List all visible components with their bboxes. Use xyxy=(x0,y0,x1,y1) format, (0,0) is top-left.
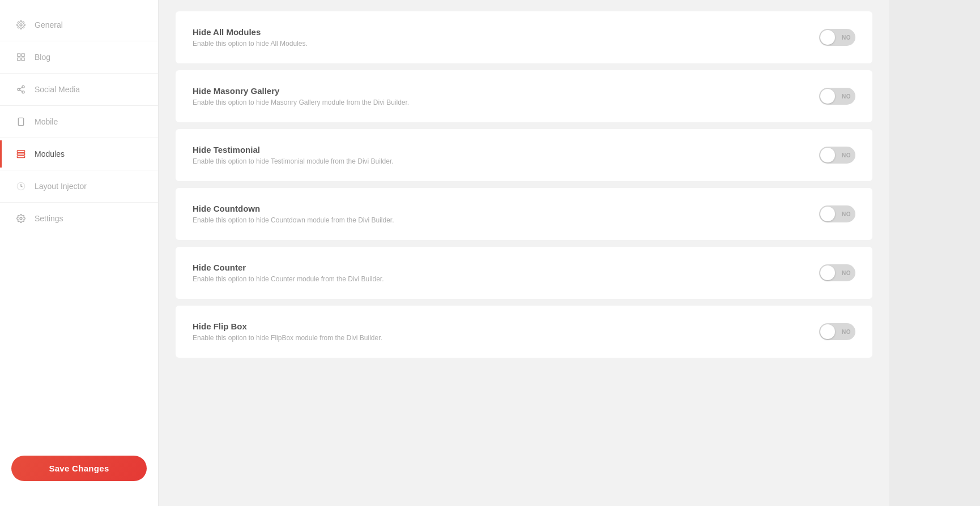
save-changes-button[interactable]: Save Changes xyxy=(11,456,147,481)
divider-6 xyxy=(0,202,158,203)
svg-line-9 xyxy=(20,87,23,89)
module-description-hide-all-modules: Enable this option to hide All Modules. xyxy=(193,40,308,48)
svg-point-6 xyxy=(18,88,20,91)
module-card-hide-flip-box: Hide Flip Box Enable this option to hide… xyxy=(176,306,872,358)
module-info-hide-flip-box: Hide Flip Box Enable this option to hide… xyxy=(193,321,382,342)
module-title-hide-testimonial: Hide Testimonial xyxy=(193,145,394,155)
toggle-knob-hide-flip-box xyxy=(820,324,835,339)
module-card-hide-testimonial: Hide Testimonial Enable this option to h… xyxy=(176,129,872,181)
toggle-knob-hide-testimonial xyxy=(820,148,835,162)
svg-line-8 xyxy=(20,90,23,92)
sidebar-item-label-mobile: Mobile xyxy=(35,117,58,126)
toggle-label-hide-counter: NO xyxy=(842,270,851,276)
module-description-hide-masonry-gallery: Enable this option to hide Masonry Galle… xyxy=(193,98,409,106)
toggle-hide-flip-box[interactable]: NO xyxy=(819,323,855,340)
sidebar-item-label-modules: Modules xyxy=(35,149,65,158)
module-card-hide-countdown: Hide Countdown Enable this option to hid… xyxy=(176,188,872,240)
toggle-hide-testimonial[interactable]: NO xyxy=(819,147,855,164)
sidebar: General Blog Social Media xyxy=(0,0,159,506)
sidebar-item-settings[interactable]: Settings xyxy=(0,205,158,232)
sidebar-item-label-general: General xyxy=(35,20,63,29)
svg-rect-2 xyxy=(22,54,24,57)
sidebar-item-general[interactable]: General xyxy=(0,11,158,38)
module-title-hide-all-modules: Hide All Modules xyxy=(193,27,308,37)
module-title-hide-flip-box: Hide Flip Box xyxy=(193,321,382,331)
sidebar-item-label-settings: Settings xyxy=(35,214,63,223)
module-description-hide-flip-box: Enable this option to hide FlipBox modul… xyxy=(193,334,382,342)
module-card-hide-all-modules: Hide All Modules Enable this option to h… xyxy=(176,11,872,63)
main-content: Hide All Modules Enable this option to h… xyxy=(159,0,889,506)
sidebar-item-modules[interactable]: Modules xyxy=(0,140,158,168)
toggle-hide-masonry-gallery[interactable]: NO xyxy=(819,88,855,105)
sidebar-item-label-blog: Blog xyxy=(35,53,50,62)
toggle-label-hide-masonry-gallery: NO xyxy=(842,93,851,100)
gear-icon xyxy=(15,19,27,31)
module-description-hide-testimonial: Enable this option to hide Testimonial m… xyxy=(193,157,394,165)
toggle-hide-counter[interactable]: NO xyxy=(819,264,855,281)
svg-rect-1 xyxy=(18,54,20,57)
toggle-wrap-hide-counter: NO xyxy=(819,264,855,281)
toggle-label-hide-countdown: NO xyxy=(842,211,851,217)
svg-rect-4 xyxy=(18,58,20,61)
module-info-hide-testimonial: Hide Testimonial Enable this option to h… xyxy=(193,145,394,165)
sidebar-item-mobile[interactable]: Mobile xyxy=(0,108,158,135)
modules-icon xyxy=(15,148,27,160)
toggle-knob-hide-all-modules xyxy=(820,30,835,45)
social-icon xyxy=(15,84,27,95)
module-description-hide-countdown: Enable this option to hide Countdown mod… xyxy=(193,216,394,224)
module-info-hide-countdown: Hide Countdown Enable this option to hid… xyxy=(193,204,394,224)
toggle-label-hide-all-modules: NO xyxy=(842,35,851,41)
toggle-label-hide-flip-box: NO xyxy=(842,329,851,335)
module-info-hide-all-modules: Hide All Modules Enable this option to h… xyxy=(193,27,308,48)
module-info-hide-masonry-gallery: Hide Masonry Gallery Enable this option … xyxy=(193,86,409,106)
mobile-icon xyxy=(15,116,27,127)
toggle-hide-all-modules[interactable]: NO xyxy=(819,29,855,46)
divider-2 xyxy=(0,73,158,74)
svg-point-0 xyxy=(20,24,22,26)
module-title-hide-countdown: Hide Countdown xyxy=(193,204,394,213)
module-card-hide-masonry-gallery: Hide Masonry Gallery Enable this option … xyxy=(176,70,872,122)
svg-rect-12 xyxy=(17,151,24,152)
divider-5 xyxy=(0,170,158,170)
svg-rect-10 xyxy=(18,118,23,125)
module-card-hide-counter: Hide Counter Enable this option to hide … xyxy=(176,247,872,299)
toggle-wrap-hide-all-modules: NO xyxy=(819,29,855,46)
toggle-hide-countdown[interactable]: NO xyxy=(819,205,855,222)
divider-4 xyxy=(0,138,158,138)
module-title-hide-masonry-gallery: Hide Masonry Gallery xyxy=(193,86,409,96)
module-description-hide-counter: Enable this option to hide Counter modul… xyxy=(193,275,384,283)
sidebar-item-blog[interactable]: Blog xyxy=(0,44,158,71)
sidebar-item-layout-injector[interactable]: Layout Injector xyxy=(0,173,158,200)
toggle-wrap-hide-countdown: NO xyxy=(819,205,855,222)
module-info-hide-counter: Hide Counter Enable this option to hide … xyxy=(193,263,384,283)
toggle-label-hide-testimonial: NO xyxy=(842,152,851,158)
svg-rect-13 xyxy=(17,153,24,155)
save-button-wrap: Save Changes xyxy=(0,442,158,495)
sidebar-item-label-social: Social Media xyxy=(35,85,80,94)
toggle-wrap-hide-testimonial: NO xyxy=(819,147,855,164)
module-title-hide-counter: Hide Counter xyxy=(193,263,384,272)
svg-point-7 xyxy=(22,91,24,93)
svg-rect-14 xyxy=(17,156,24,157)
toggle-wrap-hide-flip-box: NO xyxy=(819,323,855,340)
blog-icon xyxy=(15,52,27,63)
sidebar-item-social-media[interactable]: Social Media xyxy=(0,76,158,103)
toggle-wrap-hide-masonry-gallery: NO xyxy=(819,88,855,105)
toggle-knob-hide-countdown xyxy=(820,207,835,221)
settings-icon xyxy=(15,213,27,224)
divider-3 xyxy=(0,105,158,106)
svg-point-15 xyxy=(20,217,22,220)
sidebar-item-label-layout: Layout Injector xyxy=(35,182,87,191)
divider-1 xyxy=(0,41,158,41)
svg-point-5 xyxy=(22,85,24,88)
toggle-knob-hide-masonry-gallery xyxy=(820,89,835,104)
right-panel xyxy=(889,0,980,506)
toggle-knob-hide-counter xyxy=(820,265,835,280)
injector-icon xyxy=(15,181,27,192)
svg-rect-3 xyxy=(22,58,24,61)
